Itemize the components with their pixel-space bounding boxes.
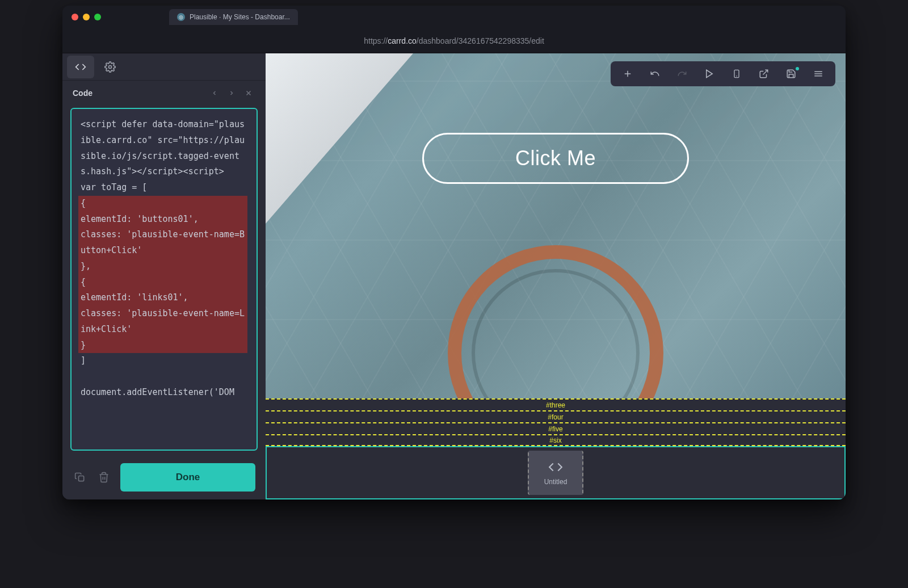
preview-button[interactable] <box>696 61 723 86</box>
section-anchor[interactable]: #three <box>266 398 846 410</box>
minimize-window-icon[interactable] <box>83 14 90 20</box>
code-editor[interactable]: <script defer data-domain="plausible.car… <box>70 108 258 451</box>
sidebar-tabs <box>62 53 266 81</box>
section-anchor[interactable]: #four <box>266 410 846 422</box>
url-path: /dashboard/3426167542298335/edit <box>417 36 544 45</box>
plus-icon <box>623 69 633 79</box>
content-area: Code <script defer data-domain="plausibl… <box>62 53 846 499</box>
section-anchor[interactable]: #five <box>266 422 846 434</box>
embed-label: Untitled <box>544 478 568 486</box>
redo-button[interactable] <box>669 61 696 86</box>
code-segment-highlight: { elementId: 'buttons01', classes: 'plau… <box>78 196 247 354</box>
close-icon <box>245 89 253 97</box>
sidebar-footer: Done <box>62 455 266 499</box>
save-button[interactable] <box>777 61 805 86</box>
maximize-window-icon[interactable] <box>94 14 101 20</box>
embed-bar: Untitled <box>266 446 846 499</box>
tab-title: Plausible · My Sites - Dashboar... <box>190 13 290 21</box>
add-button[interactable] <box>614 61 641 86</box>
address-bar[interactable]: https://carrd.co/dashboard/3426167542298… <box>62 28 846 53</box>
code-segment-post: ] document.addEventListener('DOM <box>81 355 234 397</box>
copy-icon <box>74 472 86 483</box>
svg-marker-6 <box>707 70 713 78</box>
duplicate-button[interactable] <box>73 470 87 485</box>
tab-code[interactable] <box>67 56 94 78</box>
undo-button[interactable] <box>641 61 669 86</box>
code-icon <box>548 460 563 474</box>
sidebar: Code <script defer data-domain="plausibl… <box>62 53 266 499</box>
section-list: #three #four #five #six <box>266 398 846 446</box>
main-panel: Click Me #three #four #five #six <box>266 53 846 499</box>
code-segment-pre: <script defer data-domain="plausible.car… <box>81 119 245 192</box>
browser-tab[interactable]: ◎ Plausible · My Sites - Dashboar... <box>169 9 298 25</box>
panel-nav <box>208 86 255 100</box>
url-protocol: https:// <box>364 36 388 45</box>
svg-line-9 <box>763 70 768 74</box>
trash-icon <box>98 472 110 483</box>
chevron-right-icon <box>228 90 235 96</box>
panel-header: Code <box>62 81 266 103</box>
preview-canvas[interactable]: Click Me <box>266 53 846 398</box>
next-button[interactable] <box>225 86 238 100</box>
close-panel-button[interactable] <box>242 86 255 100</box>
click-me-button[interactable]: Click Me <box>422 133 689 184</box>
menu-button[interactable] <box>805 61 832 86</box>
save-icon <box>786 69 796 79</box>
play-icon <box>704 69 714 79</box>
device-button[interactable] <box>723 61 750 86</box>
panel-title: Code <box>73 89 93 98</box>
menu-icon <box>813 69 823 79</box>
delete-button[interactable] <box>96 470 111 485</box>
tab-settings[interactable] <box>96 56 124 78</box>
editor-toolbar <box>611 61 835 86</box>
gear-icon <box>104 61 116 73</box>
done-button[interactable]: Done <box>120 463 255 492</box>
prev-button[interactable] <box>208 86 221 100</box>
window-controls <box>72 14 101 20</box>
url-host: carrd.co <box>388 36 417 45</box>
mobile-icon <box>732 69 741 79</box>
svg-rect-3 <box>79 476 84 481</box>
close-window-icon[interactable] <box>72 14 78 20</box>
section-anchor[interactable]: #six <box>266 434 846 446</box>
redo-icon <box>677 69 687 79</box>
unsaved-indicator-icon <box>796 67 799 70</box>
url-text: https://carrd.co/dashboard/3426167542298… <box>364 36 544 45</box>
titlebar: ◎ Plausible · My Sites - Dashboar... <box>62 6 846 28</box>
embed-element[interactable]: Untitled <box>528 451 583 495</box>
share-button[interactable] <box>750 61 777 86</box>
external-link-icon <box>759 69 769 79</box>
svg-point-0 <box>109 65 112 68</box>
chevron-left-icon <box>211 90 218 96</box>
app-window: ◎ Plausible · My Sites - Dashboar... htt… <box>62 6 846 499</box>
tab-favicon-icon: ◎ <box>177 13 185 21</box>
undo-icon <box>650 69 660 79</box>
svg-rect-7 <box>734 70 739 77</box>
code-icon <box>75 61 86 73</box>
